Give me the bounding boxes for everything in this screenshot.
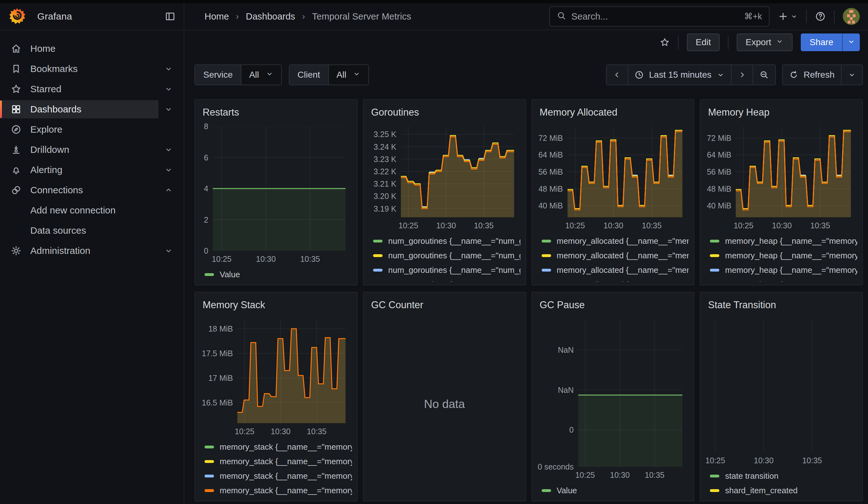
divider bbox=[806, 10, 807, 23]
zoom-out-button[interactable] bbox=[753, 65, 775, 85]
sidebar-item-connections-link[interactable]: Connections bbox=[0, 181, 158, 199]
legend-item[interactable]: state transition bbox=[710, 469, 857, 483]
sidebar-item-administration-link[interactable]: Administration bbox=[0, 241, 158, 260]
sidebar-item-drilldown-link[interactable]: Drilldown bbox=[0, 141, 158, 159]
chevron-down-icon bbox=[716, 71, 725, 79]
legend-item[interactable]: memory_stack {__name__="memory_s bbox=[205, 469, 352, 483]
time-shift-forward-button[interactable] bbox=[731, 65, 753, 85]
chart-area-restarts[interactable] bbox=[213, 126, 345, 251]
sidebar-item-home-link[interactable]: Home bbox=[0, 40, 179, 58]
legend-item[interactable]: shard_item_created bbox=[710, 483, 857, 498]
time-range-label: Last 15 minutes bbox=[649, 70, 711, 80]
sidebar-nav: HomeBookmarksStarredDashboardsExploreDri… bbox=[0, 30, 184, 504]
chart-area-memory_stack[interactable] bbox=[237, 319, 345, 423]
time-controls: Last 15 minutes Refresh bbox=[606, 64, 863, 85]
refresh-label: Refresh bbox=[804, 70, 835, 80]
legend-item[interactable]: memory_heap {__name__="memory_h bbox=[710, 277, 857, 282]
user-avatar[interactable] bbox=[843, 8, 860, 25]
legend-item[interactable]: memory_stack {__name__="memory_s bbox=[205, 454, 352, 469]
share-dropdown-button[interactable] bbox=[842, 33, 860, 51]
client-filter-value[interactable]: All bbox=[328, 65, 368, 85]
y-tick-label: 6 bbox=[204, 153, 208, 162]
grafana-logo-icon[interactable] bbox=[8, 8, 26, 25]
refresh-interval-button[interactable] bbox=[841, 65, 862, 85]
legend-item[interactable]: memory_stack {__name__="memory_s bbox=[205, 440, 352, 454]
panel-title-memory_stack[interactable]: Memory Stack bbox=[200, 297, 352, 311]
legend-item[interactable]: memory_allocated {__name__="memo bbox=[541, 234, 689, 248]
chart-area-state_transition[interactable] bbox=[705, 319, 851, 452]
legend-item[interactable]: Value bbox=[205, 267, 352, 282]
favorite-star-icon[interactable] bbox=[660, 37, 670, 48]
sidebar-item-explore-link[interactable]: Explore bbox=[0, 120, 179, 138]
legend-item[interactable]: Value bbox=[541, 483, 689, 498]
chevron-down-icon[interactable] bbox=[158, 85, 179, 93]
chevron-down-icon[interactable] bbox=[158, 145, 179, 154]
legend-item[interactable]: num_goroutines {__name__="num_go bbox=[373, 277, 520, 282]
panel-title-gc_pause[interactable]: GC Pause bbox=[537, 297, 689, 311]
y-tick-label: 56 MiB bbox=[707, 167, 731, 176]
panel-title-memory_allocated[interactable]: Memory Allocated bbox=[537, 104, 689, 118]
service-filter-value[interactable]: All bbox=[241, 65, 281, 85]
x-tick-label: 10:35 bbox=[307, 427, 327, 436]
panel-row: Memory Stack18 MiB17.5 MiB17 MiB16.5 MiB… bbox=[194, 292, 863, 502]
legend-swatch bbox=[710, 254, 719, 257]
legend-label: memory_heap {__name__="memory_h bbox=[725, 236, 857, 246]
time-shift-back-button[interactable] bbox=[607, 65, 628, 85]
legend-item[interactable]: num_goroutines {__name__="num_go bbox=[373, 234, 520, 248]
search-input[interactable] bbox=[571, 11, 739, 22]
panel-title-goroutines[interactable]: Goroutines bbox=[369, 104, 520, 118]
x-axis-labels: 10:2510:3010:35 bbox=[736, 217, 851, 232]
legend-item[interactable]: num_goroutines {__name__="num_go bbox=[373, 248, 520, 263]
sidebar-item-starred-link[interactable]: Starred bbox=[0, 80, 158, 98]
plot-restarts: 86420 bbox=[200, 126, 352, 251]
legend-item[interactable]: memory_heap {__name__="memory_h bbox=[710, 234, 857, 248]
chevron-down-icon[interactable] bbox=[158, 165, 179, 174]
x-tick-label: 10:30 bbox=[603, 221, 623, 230]
panel-title-memory_heap[interactable]: Memory Heap bbox=[705, 104, 857, 118]
legend-item[interactable]: memory_allocated {__name__="memo bbox=[541, 277, 689, 282]
legend-item[interactable]: memory_allocated {__name__="memo bbox=[541, 248, 689, 263]
y-tick-label: 0 seconds bbox=[538, 462, 574, 472]
y-tick-label: NaN bbox=[558, 385, 574, 394]
legend-item[interactable]: memory_heap {__name__="memory_h bbox=[710, 248, 857, 263]
legend-item[interactable]: memory_stack {__name__="memory_s bbox=[205, 483, 352, 498]
time-range-picker[interactable]: Last 15 minutes bbox=[628, 65, 731, 85]
panel-title-restarts[interactable]: Restarts bbox=[200, 104, 352, 118]
breadcrumb-item-home[interactable]: Home bbox=[205, 11, 229, 22]
chart-area-memory_heap[interactable] bbox=[736, 126, 851, 217]
breadcrumb-item-dashboards[interactable]: Dashboards bbox=[246, 11, 295, 22]
x-tick-label: 10:30 bbox=[772, 221, 792, 230]
chevron-down-icon[interactable] bbox=[158, 64, 179, 73]
legend-item[interactable]: memory_heap {__name__="memory_h bbox=[710, 263, 857, 277]
export-button[interactable]: Export bbox=[737, 33, 793, 51]
search-box[interactable]: ⌘+k bbox=[549, 6, 769, 27]
chevron-down-icon[interactable] bbox=[158, 105, 179, 114]
share-button[interactable]: Share bbox=[801, 33, 860, 51]
edit-button[interactable]: Edit bbox=[687, 33, 720, 51]
sidebar-item-dashboards-link[interactable]: Dashboards bbox=[0, 100, 158, 119]
chevron-down-icon[interactable] bbox=[158, 246, 179, 255]
panel-title-gc_counter[interactable]: GC Counter bbox=[369, 297, 520, 311]
share-button-label[interactable]: Share bbox=[801, 33, 842, 51]
panel-state_transition: State Transition10:2510:3010:35state tra… bbox=[700, 292, 863, 502]
sidebar-item-alerting-link[interactable]: Alerting bbox=[0, 161, 158, 179]
new-button[interactable] bbox=[778, 11, 798, 22]
sidebar-item-data-sources-link[interactable]: Data sources bbox=[0, 222, 179, 240]
legend-swatch bbox=[541, 254, 551, 257]
help-icon[interactable] bbox=[815, 11, 826, 22]
panel-title-state_transition[interactable]: State Transition bbox=[705, 297, 857, 311]
legend-label: memory_heap {__name__="memory_h bbox=[725, 265, 857, 275]
refresh-button[interactable]: Refresh bbox=[783, 65, 841, 85]
chart-area-goroutines[interactable] bbox=[401, 126, 514, 217]
chevron-up-icon[interactable] bbox=[158, 186, 179, 195]
dashboard-main: Edit Export Share Service bbox=[184, 30, 868, 504]
sidebar-item-bookmarks-link[interactable]: Bookmarks bbox=[0, 60, 158, 78]
chart-area-gc_pause[interactable] bbox=[578, 319, 683, 467]
legend-item[interactable]: num_goroutines {__name__="num_go bbox=[373, 263, 520, 277]
x-tick-label: 10:35 bbox=[810, 221, 830, 230]
sidebar-toggle-icon[interactable] bbox=[165, 11, 175, 22]
chart-area-memory_allocated[interactable] bbox=[568, 126, 683, 217]
legend-item[interactable]: memory_allocated {__name__="memo bbox=[541, 263, 689, 277]
time-range-group: Last 15 minutes bbox=[606, 64, 776, 85]
sidebar-item-add-new-connection-link[interactable]: Add new connection bbox=[0, 201, 179, 219]
